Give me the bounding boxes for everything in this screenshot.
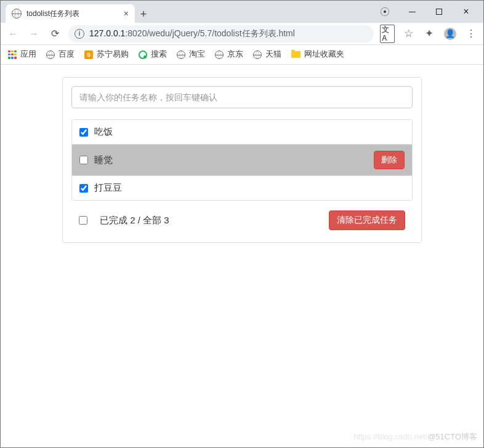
globe-icon — [177, 50, 185, 59]
task-label: 吃饭 — [94, 126, 113, 138]
folder-icon — [291, 51, 300, 58]
delete-button[interactable]: 删除 — [374, 151, 405, 169]
page-content: 吃饭 睡觉 删除 打豆豆 已完成 2 / 全部 3 清除已完成任务 — [1, 65, 483, 243]
list-item: 打豆豆 — [72, 176, 412, 200]
watermark: https://blog.csdn.net/@51CTO博客 — [353, 431, 477, 442]
footer-status: 已完成 2 / 全部 3 — [100, 215, 169, 226]
browser-titlebar: todolist任务列表 × + × — [1, 1, 483, 23]
task-checkbox[interactable] — [79, 128, 88, 137]
close-window-button[interactable]: × — [453, 3, 480, 20]
apps-icon — [8, 50, 17, 59]
extensions-icon[interactable]: ✦ — [422, 26, 437, 41]
task-input[interactable] — [71, 86, 413, 108]
bookmark-suning[interactable]: S苏宁易购 — [84, 49, 129, 60]
list-item: 睡觉 删除 — [72, 145, 412, 176]
qihoo-icon — [139, 50, 147, 59]
task-label: 睡觉 — [94, 154, 113, 166]
tab-title: todolist任务列表 — [26, 9, 79, 19]
address-bar[interactable]: i 127.0.0.1:8020/wedu/jQuery/5.7/todolis… — [68, 25, 374, 42]
bookmarks-bar: 应用 百度 S苏宁易购 搜索 淘宝 京东 天猫 网址收藏夹 — [1, 45, 483, 65]
bookmark-label: 淘宝 — [189, 49, 205, 60]
bookmark-label: 搜索 — [151, 49, 167, 60]
minimize-button[interactable] — [398, 3, 426, 20]
bookmark-label: 天猫 — [265, 49, 281, 60]
bookmark-label: 百度 — [58, 49, 75, 60]
bookmark-label: 京东 — [227, 49, 243, 60]
profile-avatar[interactable]: 👤 — [443, 26, 458, 41]
account-indicator-icon[interactable] — [371, 3, 398, 20]
reload-button[interactable]: ⟳ — [47, 26, 62, 41]
forward-button[interactable]: → — [26, 26, 41, 41]
back-button[interactable]: ← — [6, 26, 20, 41]
translate-icon[interactable]: 文A — [380, 26, 395, 41]
bookmark-star-icon[interactable]: ☆ — [401, 26, 416, 41]
browser-tab[interactable]: todolist任务列表 × — [6, 4, 135, 23]
bookmark-tmall[interactable]: 天猫 — [253, 49, 281, 60]
url-text: 127.0.0.1:8020/wedu/jQuery/5.7/todolist任… — [89, 28, 295, 39]
task-checkbox[interactable] — [79, 156, 88, 164]
site-info-icon[interactable]: i — [75, 29, 84, 39]
globe-icon — [215, 50, 224, 59]
task-label: 打豆豆 — [94, 182, 122, 194]
apps-shortcut[interactable]: 应用 — [8, 49, 36, 60]
bookmark-label: 网址收藏夹 — [304, 49, 344, 60]
todo-footer: 已完成 2 / 全部 3 清除已完成任务 — [71, 201, 413, 234]
maximize-button[interactable] — [426, 3, 453, 20]
bookmark-baidu[interactable]: 百度 — [46, 49, 75, 60]
clear-completed-button[interactable]: 清除已完成任务 — [329, 210, 405, 230]
todo-panel: 吃饭 睡觉 删除 打豆豆 已完成 2 / 全部 3 清除已完成任务 — [62, 77, 422, 243]
bookmark-label: 应用 — [20, 49, 36, 60]
select-all-checkbox[interactable] — [79, 216, 87, 225]
bookmark-label: 苏宁易购 — [97, 49, 129, 60]
list-item: 吃饭 — [72, 120, 412, 145]
menu-icon[interactable]: ⋮ — [464, 26, 478, 41]
new-tab-button[interactable]: + — [135, 6, 152, 23]
bookmark-search[interactable]: 搜索 — [139, 49, 167, 60]
globe-icon — [253, 50, 262, 59]
bookmark-folder[interactable]: 网址收藏夹 — [291, 49, 344, 60]
globe-icon — [12, 9, 22, 18]
browser-toolbar: ← → ⟳ i 127.0.0.1:8020/wedu/jQuery/5.7/t… — [1, 23, 483, 45]
close-icon[interactable]: × — [124, 9, 129, 18]
bookmark-jd[interactable]: 京东 — [215, 49, 243, 60]
suning-icon: S — [84, 50, 93, 59]
globe-icon — [46, 50, 55, 59]
task-checkbox[interactable] — [79, 184, 88, 193]
bookmark-taobao[interactable]: 淘宝 — [177, 49, 205, 60]
task-list: 吃饭 睡觉 删除 打豆豆 — [71, 119, 413, 201]
